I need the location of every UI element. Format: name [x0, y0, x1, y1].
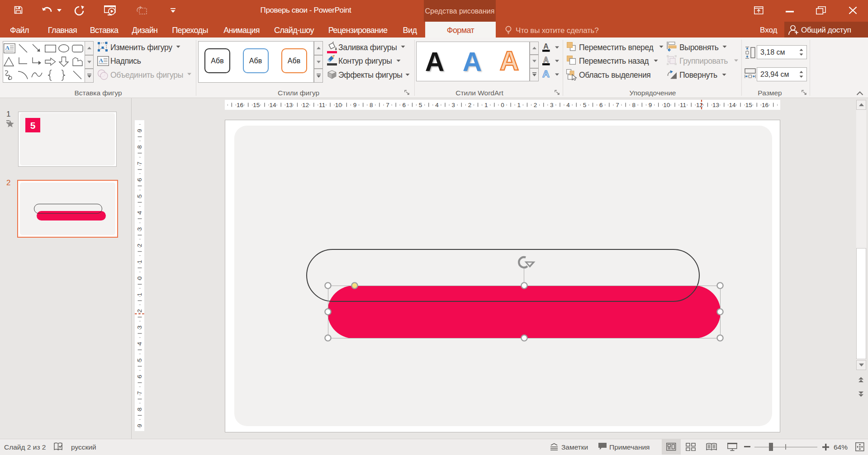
svg-text:7: 7: [386, 102, 389, 108]
svg-text:4: 4: [136, 211, 143, 214]
svg-text:16: 16: [237, 102, 243, 108]
svg-text:0: 0: [136, 277, 143, 280]
svg-text:5: 5: [419, 102, 422, 108]
svg-text:10: 10: [663, 102, 670, 108]
svg-text:6: 6: [403, 102, 406, 108]
svg-text:7: 7: [616, 102, 619, 108]
svg-text:3: 3: [451, 102, 455, 108]
svg-text:6: 6: [136, 178, 143, 182]
svg-text:2: 2: [468, 102, 472, 108]
svg-text:3: 3: [550, 102, 554, 108]
svg-text:12: 12: [302, 102, 309, 108]
svg-text:11: 11: [680, 102, 686, 108]
svg-text:3: 3: [136, 326, 143, 329]
svg-text:11: 11: [319, 102, 325, 108]
svg-text:8: 8: [370, 102, 373, 108]
svg-text:6: 6: [599, 102, 603, 108]
svg-text:13: 13: [712, 102, 719, 108]
svg-text:A: A: [5, 44, 10, 51]
svg-text:5: 5: [136, 194, 143, 198]
svg-text:A: A: [543, 56, 549, 64]
svg-text:15: 15: [253, 102, 260, 108]
svg-text:1: 1: [517, 102, 521, 108]
svg-text:1: 1: [484, 102, 488, 108]
svg-text:2: 2: [136, 309, 143, 313]
svg-text:7: 7: [136, 391, 143, 395]
svg-text:14: 14: [729, 102, 736, 108]
svg-text:9: 9: [136, 129, 143, 132]
svg-text:0: 0: [501, 102, 504, 108]
svg-text:7: 7: [136, 162, 143, 165]
svg-text:A: A: [543, 42, 549, 50]
svg-text:A: A: [542, 69, 550, 80]
svg-text:8: 8: [632, 102, 636, 108]
svg-text:16: 16: [762, 102, 768, 108]
svg-text:6: 6: [136, 375, 143, 378]
svg-text:A: A: [99, 57, 104, 64]
svg-text:3: 3: [136, 227, 143, 231]
svg-text:2: 2: [136, 244, 143, 247]
svg-text:2: 2: [534, 102, 537, 108]
svg-text:13: 13: [286, 102, 293, 108]
svg-text:9: 9: [136, 424, 143, 427]
svg-text:9: 9: [353, 102, 357, 108]
svg-text:4: 4: [435, 102, 439, 108]
svg-text:4: 4: [136, 342, 143, 345]
svg-text:5: 5: [583, 102, 587, 108]
svg-text:4: 4: [566, 102, 570, 108]
svg-text:14: 14: [270, 102, 277, 108]
svg-text:1: 1: [136, 260, 143, 263]
svg-text:10: 10: [335, 102, 342, 108]
svg-text:A: A: [500, 47, 519, 75]
svg-text:8: 8: [136, 408, 143, 411]
svg-text:15: 15: [745, 102, 752, 108]
svg-text:1: 1: [136, 293, 143, 296]
svg-text:8: 8: [136, 145, 143, 149]
svg-text:9: 9: [649, 102, 652, 108]
svg-text:5: 5: [136, 358, 143, 362]
